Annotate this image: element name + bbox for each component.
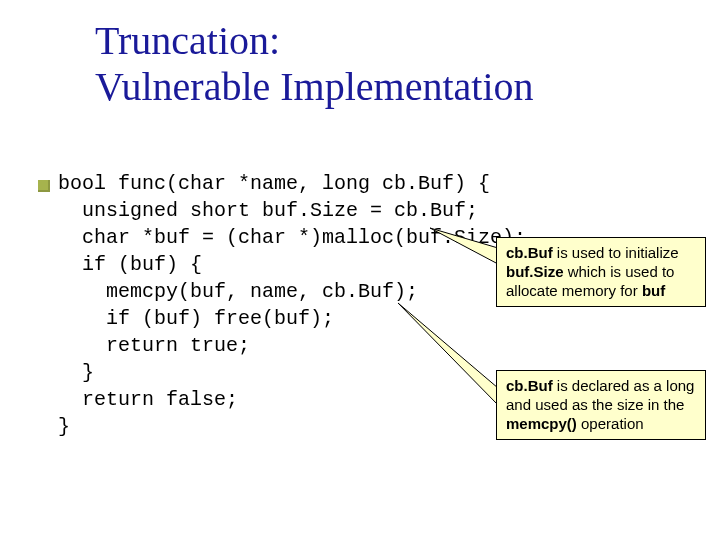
title-line-1: Truncation: — [95, 18, 280, 63]
slide-title: Truncation: Vulnerable Implementation — [95, 18, 695, 110]
code-block: bool func(char *name, long cb.Buf) { uns… — [58, 170, 526, 440]
title-line-2: Vulnerable Implementation — [95, 64, 534, 109]
callout-2-mono-2: memcpy() — [506, 415, 577, 432]
callout-2-text-2: operation — [577, 415, 644, 432]
callout-1-mono-2: buf.Size — [506, 263, 564, 280]
callout-1-text-1: is used to initialize — [553, 244, 679, 261]
slide: Truncation: Vulnerable Implementation bo… — [0, 0, 720, 540]
callout-2-mono-1: cb.Buf — [506, 377, 553, 394]
bullet-icon — [38, 180, 50, 192]
callout-1-mono-3: buf — [642, 282, 665, 299]
callout-1-mono-1: cb.Buf — [506, 244, 553, 261]
callout-box-1: cb.Buf is used to initialize buf.Size wh… — [496, 237, 706, 307]
callout-box-2: cb.Buf is declared as a long and used as… — [496, 370, 706, 440]
